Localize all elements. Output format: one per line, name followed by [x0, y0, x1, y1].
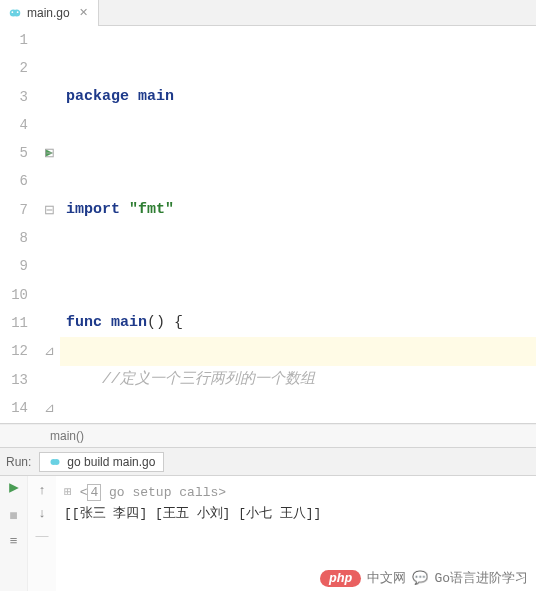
svg-point-1 — [13, 9, 20, 16]
line-number-gutter: 1 2 3 4 5 6 7 8 9 10 11 12 13 14 — [0, 26, 38, 423]
watermark-badge: php — [320, 570, 361, 587]
line-number: 6 — [0, 167, 28, 195]
watermark: php 中文网 💬 Go语言进阶学习 — [320, 569, 528, 587]
stop-icon[interactable]: ■ — [9, 507, 17, 523]
svg-marker-7 — [9, 483, 19, 493]
arrow-up-icon[interactable]: ↑ — [39, 482, 46, 497]
run-toolbar-primary: ■ ≡ — [0, 476, 28, 591]
fold-column: ⊟ ⊟ ⊿ ⊿ — [38, 26, 60, 423]
file-tab-main-go[interactable]: main.go ✕ — [0, 0, 99, 26]
run-config-selector[interactable]: go build main.go — [39, 452, 164, 472]
go-file-icon — [8, 6, 22, 20]
line-number: 8 — [0, 224, 28, 252]
watermark-text: Go语言进阶学习 — [434, 569, 528, 587]
rerun-icon[interactable] — [8, 482, 20, 497]
line-number: 3 — [0, 83, 28, 111]
keyword: package — [66, 88, 129, 105]
line-number: 2 — [0, 54, 28, 82]
fold-toggle-icon[interactable]: ⊟ — [38, 196, 60, 224]
arrow-down-icon[interactable]: ↓ — [39, 505, 46, 520]
line-number: 7 — [0, 196, 28, 224]
string-literal: "fmt" — [129, 201, 174, 218]
line-number: 9 — [0, 252, 28, 280]
breadcrumb-item[interactable]: main() — [50, 429, 84, 443]
line-number: 4 — [0, 111, 28, 139]
line-number: 14 — [0, 394, 28, 422]
line-number: 1 — [0, 26, 28, 54]
code-area[interactable]: package main import "fmt" func main() { … — [60, 26, 536, 423]
console-output[interactable]: ⊞ <4 go setup calls> [[张三 李四] [王五 小刘] [小… — [56, 476, 536, 591]
fold-end-icon[interactable]: ⊿ — [38, 394, 60, 422]
breadcrumb[interactable]: main() — [0, 424, 536, 448]
editor-tab-bar: main.go ✕ — [0, 0, 536, 26]
watermark-text: 中文网 — [367, 569, 406, 587]
fold-end-icon[interactable]: ⊿ — [38, 337, 60, 365]
file-tab-title: main.go — [27, 6, 70, 20]
line-number: 10 — [0, 281, 28, 309]
line-number: 13 — [0, 366, 28, 394]
run-toolbar-secondary: ↑ ↓ ― — [28, 476, 56, 591]
keyword: import — [66, 201, 120, 218]
comment: //定义一个三行两列的一个数组 — [102, 371, 315, 388]
current-line-highlight — [60, 337, 536, 365]
keyword: func — [66, 314, 102, 331]
run-config-text: go build main.go — [67, 455, 155, 469]
line-number: 11 — [0, 309, 28, 337]
fold-count: 4 — [87, 484, 101, 501]
fold-toggle-icon[interactable]: ⊟ — [38, 139, 60, 167]
close-tab-icon[interactable]: ✕ — [79, 6, 88, 19]
go-file-icon — [48, 455, 62, 469]
func-name: main — [111, 314, 147, 331]
fold-post: go setup calls> — [101, 485, 226, 500]
line-number: 5 — [0, 139, 28, 167]
package-name: main — [138, 88, 174, 105]
run-panel-title: Run: — [6, 455, 31, 469]
program-output: [[张三 李四] [王五 小刘] [小七 王八]] — [64, 503, 528, 524]
code-editor[interactable]: 1 2 3 4 5 6 7 8 9 10 11 12 13 14 ⊟ ⊟ ⊿ ⊿… — [0, 26, 536, 424]
run-panel-header: Run: go build main.go — [0, 448, 536, 476]
folded-region[interactable]: ⊞ <4 go setup calls> — [64, 482, 528, 503]
svg-point-6 — [54, 459, 60, 465]
syntax: () { — [147, 314, 183, 331]
svg-point-3 — [17, 11, 19, 13]
more-lines-icon[interactable]: ≡ — [10, 533, 18, 548]
line-number: 12 — [0, 337, 28, 365]
svg-point-2 — [12, 11, 14, 13]
divider: ― — [36, 528, 49, 543]
run-panel: ■ ≡ ↑ ↓ ― ⊞ <4 go setup calls> [[张三 李四] … — [0, 476, 536, 591]
